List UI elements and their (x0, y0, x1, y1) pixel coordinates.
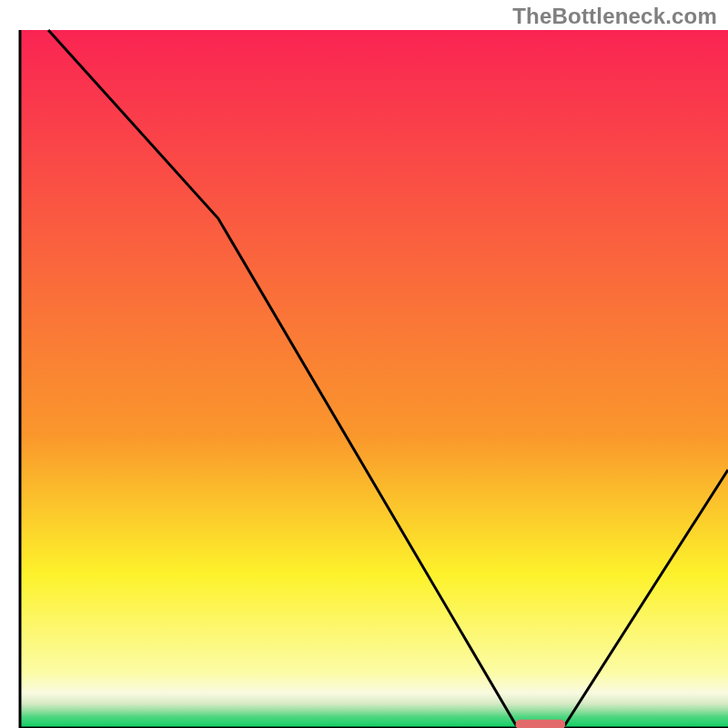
watermark-text: TheBottleneck.com (512, 4, 717, 29)
chart-wrapper: TheBottleneck.com (0, 0, 728, 728)
plot-background (20, 30, 728, 728)
bottleneck-chart (0, 0, 728, 728)
optimal-marker (516, 720, 565, 728)
